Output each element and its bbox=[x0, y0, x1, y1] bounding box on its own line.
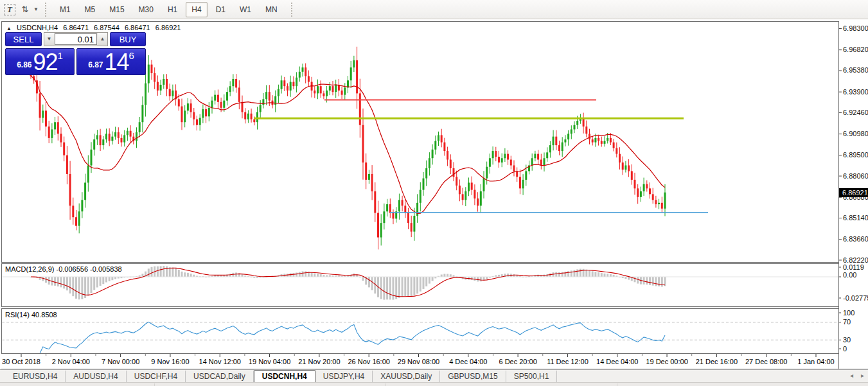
macd-signal-value: -0.005838 bbox=[90, 265, 122, 273]
one-click-trade-panel: SELL ▼ ▲ BUY 6.86 92 1 6.87 14 6 bbox=[5, 32, 146, 75]
buy-price-box[interactable]: 6.87 14 6 bbox=[76, 48, 146, 75]
price-axis-tick: 6.98300 bbox=[843, 24, 868, 32]
time-axis-label: 21 Nov 20:00 bbox=[298, 358, 340, 365]
rsi-axis-tick: 100 bbox=[843, 309, 855, 317]
time-axis-label: 9 Nov 16:00 bbox=[151, 358, 189, 365]
tab-usdcad-daily[interactable]: USDCAD,Daily bbox=[186, 371, 254, 382]
rsi-axis-tick: 0 bbox=[843, 345, 847, 353]
time-axis-label: 21 Dec 16:00 bbox=[696, 358, 738, 365]
time-axis-label: 4 Dec 04:00 bbox=[449, 358, 487, 365]
price-axis-tick: 6.93900 bbox=[843, 88, 868, 96]
macd-axis-tick: 0.00 bbox=[843, 271, 856, 279]
price-axis-tick: 6.89500 bbox=[843, 151, 868, 159]
price-axis-tick: 6.85140 bbox=[843, 214, 868, 222]
time-axis-label: 27 Dec 08:00 bbox=[745, 358, 787, 365]
time-axis-label: 6 Dec 20:00 bbox=[499, 358, 536, 365]
buy-button[interactable]: BUY bbox=[110, 32, 146, 46]
sell-price-box[interactable]: 6.86 92 1 bbox=[5, 48, 75, 75]
sell-button[interactable]: SELL bbox=[5, 32, 42, 46]
statusbar-separator bbox=[617, 383, 617, 386]
buy-price-small: 6.87 bbox=[88, 60, 103, 69]
time-axis-label: 2 Nov 04:00 bbox=[52, 358, 90, 365]
rsi-name: RSI(14) bbox=[5, 311, 30, 319]
macd-label: MACD(12,26,9) -0.006556 -0.005838 bbox=[5, 265, 122, 273]
tab-scroll-right-icon[interactable]: ▸ bbox=[861, 372, 864, 379]
price-axis-tick: 6.95380 bbox=[843, 66, 868, 74]
volume-increase-icon[interactable]: ▲ bbox=[98, 33, 107, 46]
time-axis-label: 11 Dec 12:00 bbox=[547, 358, 589, 365]
sell-price-big: 92 bbox=[33, 51, 57, 73]
sell-price-small: 6.86 bbox=[17, 60, 31, 69]
macd-value: -0.006556 bbox=[56, 265, 88, 273]
ohlc-close: 6.86921 bbox=[155, 24, 181, 31]
price-axis-tick: 6.82220 bbox=[843, 256, 868, 264]
tab-usdjpy-h4[interactable]: USDJPY,H4 bbox=[315, 371, 373, 382]
price-axis-tick: 6.90980 bbox=[843, 130, 868, 137]
ohlc-open: 6.86471 bbox=[63, 24, 89, 31]
buy-price-big: 14 bbox=[104, 51, 128, 73]
macd-axis-tick: 0.0119 bbox=[843, 263, 864, 271]
statusbar-separator bbox=[385, 383, 386, 386]
sell-price-sup: 1 bbox=[58, 50, 63, 61]
time-axis-label: 29 Nov 08:00 bbox=[398, 358, 439, 365]
time-axis-label: 7 Nov 00:00 bbox=[102, 358, 139, 365]
time-axis-label: 1 Jan 04:00 bbox=[797, 358, 835, 365]
buy-price-sup: 6 bbox=[129, 50, 134, 61]
volume-input[interactable] bbox=[55, 33, 97, 45]
macd-name: MACD(12,26,9) bbox=[5, 265, 54, 273]
rsi-axis-tick: 70 bbox=[843, 318, 851, 326]
volume-stepper: ▼ ▲ bbox=[44, 32, 108, 46]
price-axis-tick: 6.83660 bbox=[843, 235, 868, 243]
tab-gbpusd-m15[interactable]: GBPUSD,M15 bbox=[440, 371, 506, 382]
symbol-label: USDCNH,H4 bbox=[17, 24, 58, 31]
time-axis-label: 19 Dec 00:00 bbox=[646, 358, 687, 365]
time-axis-label: 30 Oct 2018 bbox=[2, 358, 40, 365]
volume-decrease-icon[interactable]: ▼ bbox=[44, 33, 54, 46]
tab-audusd-h4[interactable]: AUDUSD,H4 bbox=[66, 371, 126, 382]
ohlc-low: 6.86471 bbox=[125, 24, 150, 31]
price-axis-tick: 6.92460 bbox=[843, 109, 868, 116]
tab-usdcnh-h4[interactable]: USDCNH,H4 bbox=[254, 370, 315, 383]
collapse-icon[interactable]: ▲ bbox=[6, 26, 12, 31]
rsi-label: RSI(14) 40.8508 bbox=[5, 311, 57, 319]
time-axis-label: 26 Nov 16:00 bbox=[348, 358, 389, 365]
ohlc-high: 6.87544 bbox=[94, 24, 120, 31]
rsi-axis-tick: 30 bbox=[843, 336, 851, 344]
statusbar-separator bbox=[154, 383, 155, 386]
chart-title: ▲ USDCNH,H4 6.86471 6.87544 6.86471 6.86… bbox=[6, 24, 184, 31]
price-axis-tick: 6.88060 bbox=[843, 172, 868, 180]
status-bar bbox=[0, 382, 868, 386]
chart-tab-bar: EURUSD,H4AUDUSD,H4USDCHF,H4USDCAD,DailyU… bbox=[0, 369, 868, 382]
tab-sp500-h1[interactable]: SP500,H1 bbox=[506, 371, 558, 382]
tab-xauusd-daily[interactable]: XAUUSD,Daily bbox=[373, 371, 440, 382]
tab-scroll-left-icon[interactable]: ◂ bbox=[850, 372, 853, 379]
time-axis-label: 14 Dec 04:00 bbox=[596, 358, 638, 365]
price-axis-tick: 6.86580 bbox=[843, 193, 868, 201]
macd-axis-tick: -0.027754 bbox=[843, 294, 868, 302]
time-axis-label: 14 Nov 12:00 bbox=[199, 358, 241, 365]
rsi-value: 40.8508 bbox=[31, 311, 57, 319]
tab-usdchf-h4[interactable]: USDCHF,H4 bbox=[127, 371, 186, 382]
time-axis-label: 19 Nov 04:00 bbox=[249, 358, 290, 365]
tab-eurusd-h4[interactable]: EURUSD,H4 bbox=[5, 371, 66, 382]
price-axis-tick: 6.96820 bbox=[843, 46, 868, 53]
